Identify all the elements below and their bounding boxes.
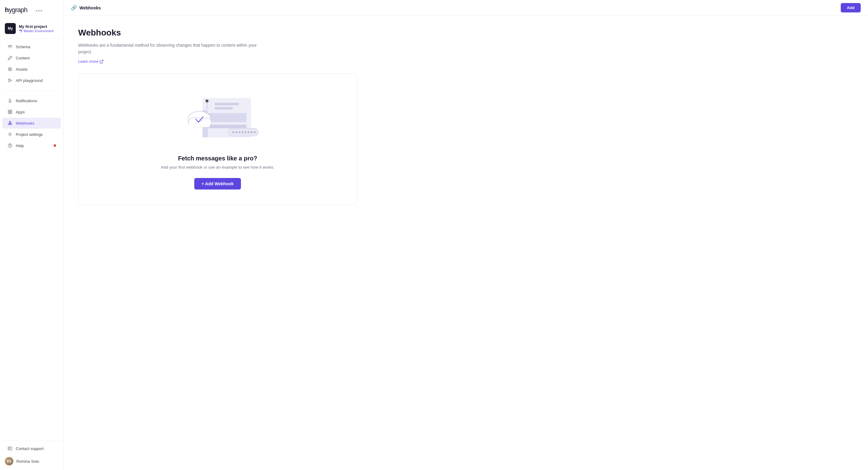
svg-rect-3 [8,47,12,47]
bell-icon [7,98,13,104]
svg-point-25 [239,131,240,133]
page-description: Webhooks are a fundamental method for ob… [78,42,260,56]
svg-text:ygraph: ygraph [9,6,27,13]
sidebar-item-help[interactable]: Help [2,140,61,151]
svg-point-29 [251,131,252,133]
svg-point-30 [254,131,255,133]
svg-point-15 [10,146,10,146]
contact-support-icon [7,446,13,451]
svg-rect-4 [8,47,12,48]
svg-rect-8 [8,112,10,114]
play-icon [7,78,13,83]
project-name: My first project [19,24,53,29]
help-icon [7,143,13,148]
svg-point-28 [248,131,249,133]
assets-label: Assets [16,67,28,71]
learn-more-link[interactable]: Learn more [78,59,104,64]
topbar-title-area: 🔗 Webhooks [71,5,101,10]
help-badge [54,144,56,147]
sidebar-item-webhooks[interactable]: Webhooks [2,118,61,128]
logo-area: h ygraph [0,0,63,20]
empty-state-card: Fetch messages like a pro? Add your firs… [78,74,357,205]
sidebar-item-assets[interactable]: Assets [2,64,61,75]
project-settings-label: Project settings [16,132,43,137]
webhook-illustration [172,92,263,146]
env-icon [19,29,23,33]
svg-rect-19 [215,107,233,110]
svg-point-13 [9,134,11,135]
project-info: My first project Master Environment [19,24,53,33]
api-playground-label: API playground [16,78,43,83]
sidebar-item-schema[interactable]: Schema [2,41,61,52]
svg-point-27 [245,131,246,133]
contact-support-label: Contact support [16,446,44,451]
topbar-title: Webhooks [80,5,101,10]
logo-dots [36,10,42,11]
page-title: Webhooks [78,28,854,38]
svg-point-10 [8,123,10,125]
svg-rect-18 [215,103,239,105]
empty-subtext: Add your first webhook or use an example… [161,165,274,170]
paperclip-icon [7,66,13,72]
schema-label: Schema [16,45,30,49]
sidebar-item-notifications[interactable]: Notifications [2,95,61,106]
svg-text:h: h [5,6,9,13]
project-avatar: My [5,23,16,34]
webhooks-label: Webhooks [16,121,34,125]
svg-rect-21 [207,125,246,128]
webhook-icon [7,120,13,126]
nav-divider [5,90,59,91]
edit-icon [7,55,13,61]
bottom-nav: Notifications Apps [0,92,63,154]
add-webhook-button[interactable]: + Add Webhook [194,178,241,189]
sidebar-item-project-settings[interactable]: Project settings [2,129,61,140]
avatar: RS [5,457,13,466]
apps-label: Apps [16,110,25,114]
logo-text: h ygraph [5,5,32,16]
svg-rect-2 [8,45,12,46]
svg-point-23 [232,131,234,133]
sidebar-item-contact-support[interactable]: Contact support [2,443,61,454]
sidebar-item-apps[interactable]: Apps [2,107,61,117]
svg-point-11 [10,123,12,125]
notifications-label: Notifications [16,98,37,103]
main-nav: Schema Content Assets [0,38,63,89]
help-label: Help [16,143,24,148]
empty-heading: Fetch messages like a pro? [178,155,257,162]
learn-more-text: Learn more [78,59,98,64]
user-name: Romina Soto [17,459,39,464]
main-content: 🔗 Webhooks Add Webhooks Webhooks are a f… [64,0,868,470]
add-button[interactable]: Add [841,3,861,12]
layers-icon [7,44,13,50]
svg-point-26 [242,131,243,133]
external-link-icon [100,59,104,63]
svg-rect-7 [10,110,12,112]
sidebar: h ygraph My My first project Master Envi… [0,0,64,470]
user-item[interactable]: RS Romina Soto [0,454,63,468]
project-block[interactable]: My My first project Master Environment [0,20,63,38]
project-env: Master Environment [19,29,53,33]
settings-icon [7,131,13,137]
sidebar-item-api-playground[interactable]: API playground [2,75,61,86]
svg-rect-20 [207,113,246,122]
svg-point-32 [206,99,209,102]
content-label: Content [16,56,30,60]
content-area: Webhooks Webhooks are a fundamental meth… [64,16,868,470]
grid-icon [7,109,13,115]
nav-bottom: Contact support RS Romina Soto [0,441,63,470]
svg-rect-6 [8,110,10,112]
topbar: 🔗 Webhooks Add [64,0,868,16]
topbar-webhook-icon: 🔗 [71,5,77,10]
svg-point-12 [9,121,11,123]
svg-rect-37 [189,122,210,127]
svg-rect-16 [8,447,12,450]
svg-point-24 [236,131,237,133]
sidebar-item-content[interactable]: Content [2,53,61,63]
svg-rect-9 [10,112,12,114]
